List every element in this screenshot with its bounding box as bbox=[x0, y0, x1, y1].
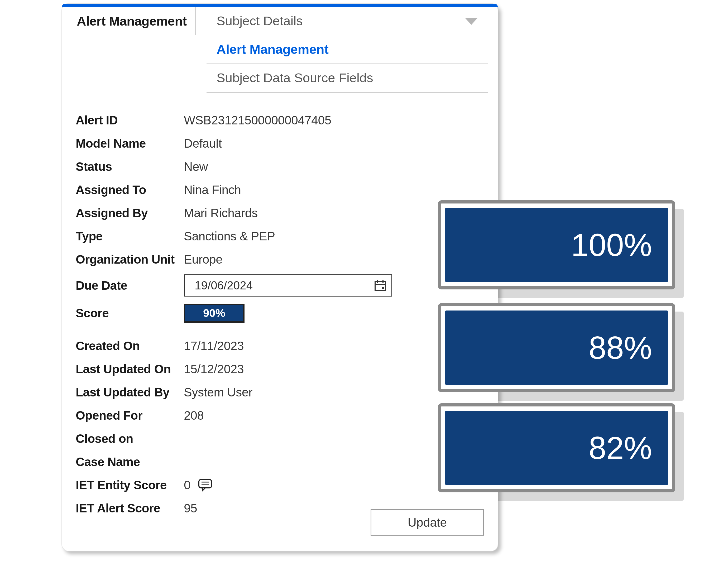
dropdown-item-label: Alert Management bbox=[216, 42, 329, 57]
value-assigned-by: Mari Richards bbox=[184, 206, 258, 220]
due-date-value: 19/06/2024 bbox=[194, 279, 253, 292]
row-case-name: Case Name bbox=[76, 450, 484, 473]
row-assigned-by: Assigned By Mari Richards bbox=[76, 201, 484, 225]
percent-tile-1-inner: 100% bbox=[445, 208, 668, 282]
row-iet-entity-score: IET Entity Score 0 bbox=[76, 473, 484, 497]
dropdown-item-alert-management[interactable]: Alert Management bbox=[207, 35, 488, 64]
comment-icon[interactable] bbox=[198, 478, 213, 492]
svg-marker-7 bbox=[202, 488, 206, 491]
label-org-unit: Organization Unit bbox=[76, 252, 184, 267]
dropdown-item-subject-details[interactable]: Subject Details bbox=[207, 7, 488, 35]
value-created-on: 17/11/2023 bbox=[184, 339, 244, 353]
percent-tile-1: 100% bbox=[438, 200, 675, 289]
label-status: Status bbox=[76, 160, 184, 174]
row-last-updated-on: Last Updated On 15/12/2023 bbox=[76, 357, 484, 381]
label-assigned-to: Assigned To bbox=[76, 183, 184, 197]
tab-label: Alert Management bbox=[77, 14, 187, 28]
percent-tile-2-value: 88% bbox=[589, 330, 652, 366]
tab-alert-management[interactable]: Alert Management bbox=[64, 7, 196, 35]
row-assigned-to: Assigned To Nina Finch bbox=[76, 178, 484, 201]
row-alert-id: Alert ID WSB231215000000047405 bbox=[76, 109, 484, 132]
value-last-updated-by: System User bbox=[184, 385, 253, 399]
label-case-name: Case Name bbox=[76, 455, 184, 469]
label-due-date: Due Date bbox=[76, 278, 184, 293]
row-last-updated-by: Last Updated By System User bbox=[76, 381, 484, 404]
update-button[interactable]: Update bbox=[371, 509, 484, 536]
calendar-icon[interactable] bbox=[374, 279, 387, 292]
details-list: Alert ID WSB231215000000047405 Model Nam… bbox=[76, 109, 484, 520]
row-opened-for: Opened For 208 bbox=[76, 404, 484, 427]
value-org-unit: Europe bbox=[184, 252, 223, 267]
score-badge: 90% bbox=[184, 304, 244, 323]
value-opened-for: 208 bbox=[184, 408, 204, 422]
percent-tile-2: 88% bbox=[438, 303, 675, 392]
score-value: 90% bbox=[203, 307, 225, 320]
percent-tile-3: 82% bbox=[438, 403, 675, 492]
row-model-name: Model Name Default bbox=[76, 132, 484, 155]
row-due-date: Due Date 19/06/2024 bbox=[76, 271, 484, 300]
row-type: Type Sanctions & PEP bbox=[76, 225, 484, 248]
svg-rect-6 bbox=[199, 479, 211, 488]
dropdown-item-label: Subject Details bbox=[216, 13, 303, 28]
label-created-on: Created On bbox=[76, 339, 184, 353]
svg-rect-3 bbox=[382, 287, 384, 289]
value-alert-id: WSB231215000000047405 bbox=[184, 113, 331, 127]
label-last-updated-on: Last Updated On bbox=[76, 362, 184, 376]
row-status: Status New bbox=[76, 155, 484, 178]
value-iet-entity-score: 0 bbox=[184, 478, 190, 492]
panel-accent-bar bbox=[62, 4, 498, 7]
row-closed-on: Closed on bbox=[76, 427, 484, 450]
value-iet-alert-score: 95 bbox=[184, 501, 197, 515]
percent-tile-1-value: 100% bbox=[571, 227, 652, 263]
row-score: Score 90% bbox=[76, 300, 484, 326]
percent-tile-2-inner: 88% bbox=[445, 310, 668, 385]
value-assigned-to: Nina Finch bbox=[184, 183, 241, 197]
svg-rect-1 bbox=[375, 282, 386, 291]
alert-panel: Alert Management Subject Details Alert M… bbox=[61, 3, 498, 551]
percent-tile-3-value: 82% bbox=[589, 429, 652, 466]
section-dropdown[interactable]: Subject Details Alert Management Subject… bbox=[207, 7, 488, 93]
label-iet-alert-score: IET Alert Score bbox=[76, 501, 184, 515]
row-created-on: Created On 17/11/2023 bbox=[76, 334, 484, 357]
label-last-updated-by: Last Updated By bbox=[76, 385, 184, 399]
label-opened-for: Opened For bbox=[76, 408, 184, 422]
label-iet-entity-score: IET Entity Score bbox=[76, 478, 184, 492]
value-status: New bbox=[184, 160, 208, 174]
label-assigned-by: Assigned By bbox=[76, 206, 184, 220]
value-last-updated-on: 15/12/2023 bbox=[184, 362, 244, 376]
label-closed-on: Closed on bbox=[76, 432, 184, 446]
dropdown-item-subject-data-source-fields[interactable]: Subject Data Source Fields bbox=[207, 64, 488, 92]
label-alert-id: Alert ID bbox=[76, 113, 184, 127]
chevron-down-icon[interactable] bbox=[465, 18, 478, 26]
label-model-name: Model Name bbox=[76, 136, 184, 150]
due-date-input[interactable]: 19/06/2024 bbox=[184, 274, 392, 297]
value-model-name: Default bbox=[184, 136, 222, 150]
label-type: Type bbox=[76, 229, 184, 243]
percent-tile-3-inner: 82% bbox=[445, 411, 668, 485]
update-button-label: Update bbox=[408, 515, 447, 530]
svg-marker-0 bbox=[465, 18, 478, 25]
dropdown-item-label: Subject Data Source Fields bbox=[216, 71, 373, 85]
label-score: Score bbox=[76, 306, 184, 320]
value-type: Sanctions & PEP bbox=[184, 229, 275, 243]
row-org-unit: Organization Unit Europe bbox=[76, 248, 484, 271]
